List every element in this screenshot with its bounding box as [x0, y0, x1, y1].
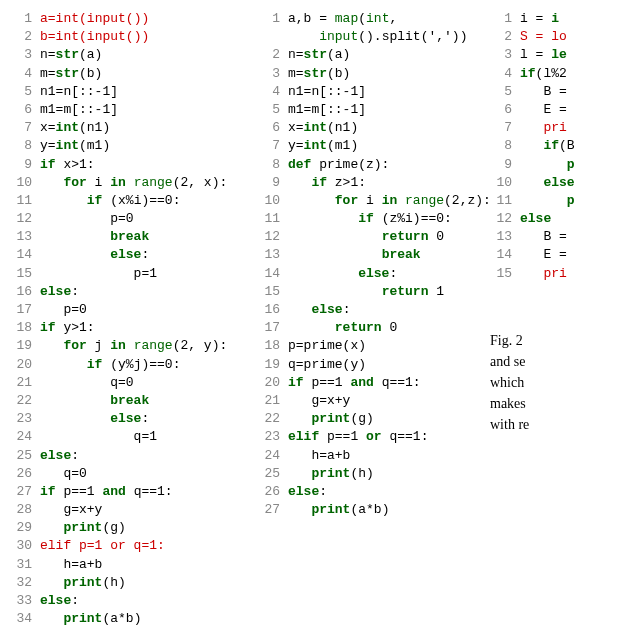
line-number: 26: [258, 483, 288, 501]
code-line: 20if p==1 and q==1:: [258, 374, 478, 392]
line-number: 13: [10, 228, 40, 246]
code-content: if y>1:: [40, 319, 95, 337]
code-line: 30elif p=1 or q=1:: [10, 537, 246, 555]
code-line: 27 print(a*b): [258, 501, 478, 519]
line-number: 3: [490, 46, 520, 64]
code-line: 18p=prime(x): [258, 337, 478, 355]
code-line: 22 break: [10, 392, 246, 410]
code-line: 4if(l%2: [490, 65, 640, 83]
code-line: 2b=int(input()): [10, 28, 246, 46]
line-number: 25: [258, 465, 288, 483]
code-line: 29 print(g): [10, 519, 246, 537]
code-content: p=1: [40, 265, 157, 283]
code-line: 31 h=a+b: [10, 556, 246, 574]
subfigure-label: (: [490, 291, 640, 311]
code-line: 1a,b = map(int,: [258, 10, 478, 28]
line-number: [258, 28, 288, 46]
code-content: if(B: [520, 137, 575, 155]
line-number: 9: [10, 156, 40, 174]
code-content: print(g): [288, 410, 374, 428]
code-line: 12 return 0: [258, 228, 478, 246]
code-line: 5n1=n[::-1]: [10, 83, 246, 101]
code-content: y=int(m1): [288, 137, 358, 155]
line-number: 25: [10, 447, 40, 465]
code-line: 13 B =: [490, 228, 640, 246]
code-content: elif p=1 or q=1:: [40, 537, 165, 555]
code-line: 25 print(h): [258, 465, 478, 483]
code-content: return 0: [288, 228, 444, 246]
code-line: 24 h=a+b: [258, 447, 478, 465]
code-line: 2n=str(a): [258, 46, 478, 64]
code-line: 13 break: [258, 246, 478, 264]
line-number: 20: [10, 356, 40, 374]
code-content: m1=m[::-1]: [288, 101, 366, 119]
code-content: y=int(m1): [40, 137, 110, 155]
line-number: 11: [490, 192, 520, 210]
line-number: 9: [490, 156, 520, 174]
code-content: else:: [40, 410, 149, 428]
line-number: 22: [258, 410, 288, 428]
figure-caption: Fig. 2and sewhichmakeswith re: [490, 330, 640, 435]
code-content: if (y%j)==0:: [40, 356, 180, 374]
code-line: 4n1=n[::-1]: [258, 83, 478, 101]
code-content: x=int(n1): [288, 119, 358, 137]
code-content: a=int(input()): [40, 10, 149, 28]
line-number: 6: [490, 101, 520, 119]
code-line: 5 B =: [490, 83, 640, 101]
code-content: def prime(z):: [288, 156, 389, 174]
line-number: 5: [258, 101, 288, 119]
code-content: n1=n[::-1]: [40, 83, 118, 101]
line-number: 12: [258, 228, 288, 246]
line-number: 12: [10, 210, 40, 228]
line-number: 15: [490, 265, 520, 283]
code-content: print(h): [40, 574, 126, 592]
line-number: 30: [10, 537, 40, 555]
code-line: 21 q=0: [10, 374, 246, 392]
code-content: S = lo: [520, 28, 567, 46]
code-line: 12 p=0: [10, 210, 246, 228]
line-number: 34: [10, 610, 40, 628]
line-number: 28: [10, 501, 40, 519]
line-number: 9: [258, 174, 288, 192]
line-number: 27: [10, 483, 40, 501]
line-number: 7: [258, 137, 288, 155]
line-number: 2: [490, 28, 520, 46]
line-number: 7: [10, 119, 40, 137]
code-content: g=x+y: [288, 392, 350, 410]
code-content: p: [520, 192, 575, 210]
line-number: 15: [258, 283, 288, 301]
line-number: 31: [10, 556, 40, 574]
line-number: 24: [258, 447, 288, 465]
code-content: q=0: [40, 465, 87, 483]
line-number: 1: [490, 10, 520, 28]
line-number: 19: [258, 356, 288, 374]
line-number: 14: [490, 246, 520, 264]
line-number: 10: [10, 174, 40, 192]
code-line: 15 return 1: [258, 283, 478, 301]
code-content: m=str(b): [40, 65, 102, 83]
line-number: 1: [258, 10, 288, 28]
code-content: if (x%i)==0:: [40, 192, 180, 210]
code-line: 27if p==1 and q==1:: [10, 483, 246, 501]
code-line: 13 break: [10, 228, 246, 246]
line-number: 21: [10, 374, 40, 392]
line-number: 2: [10, 28, 40, 46]
code-content: q=prime(y): [288, 356, 366, 374]
code-column-3: 1i = i2S = lo3l = le4if(l%25 B =6 E =7 p…: [490, 10, 640, 628]
code-content: else:: [40, 592, 79, 610]
code-line: 9 p: [490, 156, 640, 174]
code-content: E =: [520, 246, 567, 264]
code-content: m=str(b): [288, 65, 350, 83]
line-number: 23: [258, 428, 288, 446]
code-content: print(h): [288, 465, 374, 483]
line-number: 23: [10, 410, 40, 428]
line-number: 19: [10, 337, 40, 355]
code-line: 11 p: [490, 192, 640, 210]
code-line: 14 else:: [10, 246, 246, 264]
code-content: if p==1 and q==1:: [288, 374, 421, 392]
code-line: 22 print(g): [258, 410, 478, 428]
code-line: 23 else:: [10, 410, 246, 428]
code-line: 20 if (y%j)==0:: [10, 356, 246, 374]
code-content: h=a+b: [288, 447, 350, 465]
line-number: 8: [258, 156, 288, 174]
